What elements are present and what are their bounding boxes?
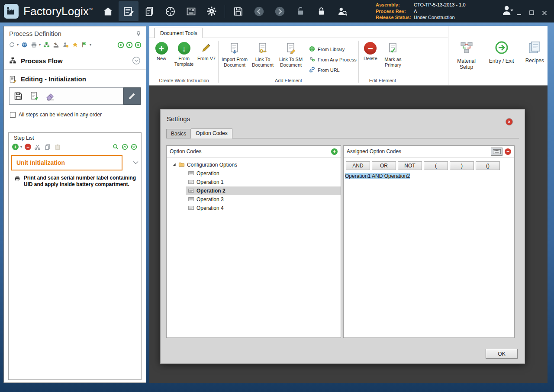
lock-button[interactable] bbox=[311, 1, 331, 21]
option-codes-panel: Option Codes + Configuration Options bbox=[166, 145, 341, 338]
tree-item-operation-2[interactable]: Operation 2 bbox=[186, 186, 341, 195]
globe-icon[interactable] bbox=[21, 41, 28, 48]
flag-icon[interactable] bbox=[81, 41, 88, 48]
add-step-button[interactable]: + bbox=[12, 144, 19, 150]
target-navigator-button[interactable] bbox=[160, 1, 180, 21]
nav-circle-icon[interactable] bbox=[126, 41, 133, 48]
close-paren-button[interactable]: ) bbox=[450, 161, 474, 170]
not-button[interactable]: NOT bbox=[398, 161, 422, 170]
hierarchy-icon[interactable] bbox=[43, 41, 50, 48]
entry-exit-button[interactable]: Entry / Exit bbox=[489, 41, 514, 64]
and-button[interactable]: AND bbox=[346, 161, 370, 170]
from-any-process-button[interactable]: From Any Process bbox=[309, 56, 357, 64]
import-from-document-button[interactable]: Import From Document bbox=[220, 42, 249, 68]
add-step-caret-icon[interactable]: ▾ bbox=[20, 145, 22, 149]
build-info: Assembly: CTO-TP-5-13-2013 - 1.0 Process… bbox=[376, 2, 466, 21]
paste-icon[interactable] bbox=[54, 143, 61, 151]
tab-basics[interactable]: Basics bbox=[166, 129, 191, 138]
zoom-icon[interactable] bbox=[112, 143, 119, 151]
expression-editor[interactable]: Operation1 AND Operation2 bbox=[344, 170, 514, 182]
release-status-value: Under Construction bbox=[414, 14, 466, 21]
tree-item-operation[interactable]: Operation bbox=[186, 169, 341, 178]
move-up-icon[interactable] bbox=[121, 143, 129, 151]
user-search-button[interactable] bbox=[332, 1, 352, 21]
user-menu-button[interactable] bbox=[500, 3, 514, 19]
minus-circle-icon: − bbox=[364, 42, 377, 55]
tree-item-operation-1[interactable]: Operation 1 bbox=[186, 178, 341, 186]
pin-icon[interactable] bbox=[135, 31, 142, 37]
tab-option-codes[interactable]: Option Codes bbox=[191, 129, 232, 138]
expander-icon[interactable] bbox=[172, 162, 176, 168]
star-icon[interactable] bbox=[71, 41, 79, 48]
user-award-icon[interactable] bbox=[62, 41, 69, 48]
printer-icon[interactable] bbox=[30, 41, 38, 48]
collapse-circle-icon[interactable] bbox=[132, 56, 141, 65]
step-chevron-icon[interactable] bbox=[133, 161, 138, 164]
maximize-button[interactable] bbox=[529, 10, 535, 17]
from-template-button[interactable]: ↓ From Template bbox=[172, 42, 196, 67]
import-document-button[interactable] bbox=[27, 89, 41, 103]
recipes-button[interactable]: Recipes bbox=[525, 41, 544, 64]
process-flow-header[interactable]: Process Flow bbox=[4, 52, 146, 70]
unlock-button[interactable] bbox=[290, 1, 310, 21]
ok-button[interactable]: OK bbox=[486, 349, 518, 359]
documents-button[interactable] bbox=[139, 1, 159, 21]
work-instructions-button[interactable] bbox=[119, 1, 138, 21]
open-paren-button[interactable]: ( bbox=[424, 161, 448, 170]
remove-step-button[interactable]: − bbox=[25, 144, 31, 150]
or-button[interactable]: OR bbox=[372, 161, 396, 170]
mark-as-primary-button[interactable]: Mark as Primary bbox=[381, 42, 405, 68]
assigned-option-codes-panel: Assigned Option Codes − AND OR NOT ( ) bbox=[343, 145, 515, 338]
ribbon-document-tools: Document Tools + New ↓ From Template bbox=[149, 26, 448, 85]
from-v7-button[interactable]: From V7 bbox=[196, 42, 216, 61]
assigned-option-codes-header: Assigned Option Codes bbox=[347, 148, 401, 154]
titlebar-toolbar bbox=[98, 1, 352, 21]
step-item-selected[interactable]: Unit Initialization bbox=[11, 155, 122, 170]
move-down-icon[interactable] bbox=[130, 143, 138, 151]
link-to-document-button[interactable]: Link To Document bbox=[250, 42, 276, 68]
new-button[interactable]: + New bbox=[151, 42, 171, 61]
tree-root-configuration-options[interactable]: Configuration Options bbox=[167, 161, 341, 169]
assembly-value: CTO-TP-5-13-2013 - 1.0 bbox=[414, 2, 466, 8]
any-order-checkbox[interactable] bbox=[10, 112, 16, 118]
tab-document-tools[interactable]: Document Tools bbox=[155, 28, 203, 38]
inspection-icon[interactable] bbox=[52, 41, 60, 48]
settings-dialog: Settings × Basics Option Codes Option Co… bbox=[160, 109, 525, 364]
forward-button[interactable] bbox=[270, 1, 290, 21]
cut-icon[interactable] bbox=[34, 143, 41, 151]
nav-circle-icon[interactable] bbox=[117, 41, 124, 48]
delete-button[interactable]: − Delete bbox=[361, 42, 380, 61]
copy-icon[interactable] bbox=[44, 143, 51, 151]
add-option-code-button[interactable]: + bbox=[331, 148, 338, 155]
material-setup-icon bbox=[460, 41, 473, 56]
minimize-button[interactable] bbox=[517, 10, 522, 17]
news-button[interactable] bbox=[181, 1, 201, 21]
link-to-sm-document-button[interactable]: Link To SM Document bbox=[277, 42, 305, 68]
option-codes-header: Option Codes bbox=[170, 148, 201, 154]
dialog-close-button[interactable]: × bbox=[506, 118, 513, 125]
from-url-button[interactable]: From URL bbox=[309, 66, 357, 74]
material-setup-button[interactable]: Material Setup bbox=[455, 41, 478, 70]
gear-button[interactable] bbox=[202, 1, 222, 21]
process-gears-icon bbox=[309, 56, 316, 64]
tree-item-operation-3[interactable]: Operation 3 bbox=[186, 195, 341, 204]
tree-item-operation-4[interactable]: Operation 4 bbox=[186, 204, 341, 212]
keyboard-button[interactable] bbox=[491, 148, 502, 156]
nav-circle-icon[interactable] bbox=[134, 41, 142, 48]
edit-mode-toggle[interactable] bbox=[123, 87, 141, 105]
eraser-button[interactable] bbox=[43, 89, 57, 103]
editing-toolbar bbox=[9, 87, 141, 105]
save-button[interactable] bbox=[228, 1, 248, 21]
dropdown-caret-icon[interactable]: ▾ bbox=[90, 43, 91, 47]
document-check-icon bbox=[387, 42, 399, 55]
home-button[interactable] bbox=[98, 1, 118, 21]
save-step-button[interactable] bbox=[11, 89, 25, 103]
dropdown-caret-icon[interactable]: ▾ bbox=[39, 43, 41, 47]
paren-pair-button[interactable]: () bbox=[476, 161, 500, 170]
dropdown-caret-icon[interactable]: ▾ bbox=[17, 43, 19, 47]
back-button[interactable] bbox=[249, 1, 269, 21]
refresh-icon[interactable] bbox=[8, 41, 16, 48]
remove-expression-button[interactable]: − bbox=[505, 148, 511, 155]
close-button[interactable] bbox=[542, 10, 547, 17]
from-library-button[interactable]: From Library bbox=[309, 45, 357, 53]
